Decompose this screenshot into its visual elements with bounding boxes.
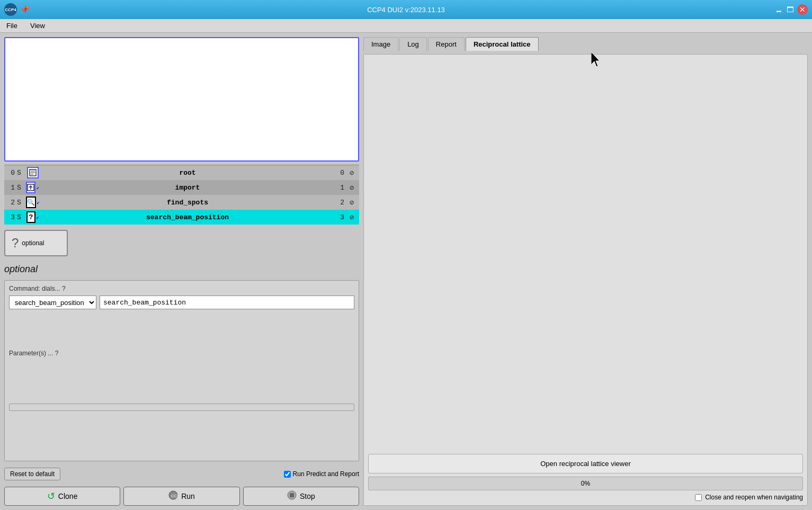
pin-icon[interactable]: 📌 (20, 5, 29, 14)
tab-reciprocal-lattice[interactable]: Reciprocal lattice (466, 37, 539, 51)
row-3-num: 3 (6, 213, 15, 221)
row-3-num-right: 3 (336, 213, 344, 221)
row-2-s: S (17, 199, 24, 207)
title-bar: CCP4 📌 CCP4 DUI2 v:2023.11.13 🗕 🗖 ✕ (0, 0, 812, 19)
params-empty-area (9, 359, 354, 401)
row-0-eye-icon[interactable]: ⊘ (346, 168, 357, 177)
pipeline-row-3[interactable]: 3 S ? ↙ search_beam_position 3 ⊘ (4, 210, 359, 225)
right-top-area (368, 59, 803, 451)
row-1-icon: ↙ (26, 182, 39, 193)
left-panel: 0 S root 0 ⊘ (4, 37, 359, 506)
clone-button[interactable]: ↺ Clone (4, 487, 120, 506)
clone-icon: ↺ (47, 490, 55, 502)
tab-report[interactable]: Report (428, 37, 465, 51)
row-0-name: root (41, 169, 334, 177)
row-1-s: S (17, 184, 24, 192)
row-3-s: S (17, 213, 24, 221)
close-reopen-checkbox[interactable] (695, 494, 702, 501)
params-label: Parameter(s) ... ? (9, 350, 354, 357)
row-0-num-right: 0 (336, 169, 344, 177)
clone-label: Clone (58, 492, 78, 500)
pipeline-viewer (4, 37, 359, 162)
window-title: CCP4 DUI2 v:2023.11.13 (367, 6, 445, 14)
minimize-button[interactable]: 🗕 (774, 5, 783, 14)
row-2-num: 2 (6, 199, 15, 207)
svg-rect-8 (290, 493, 294, 497)
stop-icon (287, 490, 297, 503)
row-0-num: 0 (6, 169, 15, 177)
close-button[interactable]: ✕ (797, 4, 808, 15)
root-icon (27, 167, 39, 178)
optional-question-mark: ? (12, 236, 19, 250)
action-bar: Reset to default Run Predict and Report (4, 468, 359, 480)
row-2-eye-icon[interactable]: ⊘ (346, 198, 357, 207)
row-3-icon: ? ↙ (26, 211, 39, 223)
open-viewer-button[interactable]: Open reciprocal lattice viewer (368, 454, 803, 473)
menu-file[interactable]: File (4, 21, 20, 31)
stop-button[interactable]: Stop (243, 487, 359, 506)
optional-label: optional (22, 239, 44, 247)
pipeline-row-0[interactable]: 0 S root 0 ⊘ (4, 165, 359, 180)
command-label: Command: dials... ? (9, 285, 354, 292)
main-content: 0 S root 0 ⊘ (0, 33, 812, 510)
row-1-name: import (41, 184, 334, 192)
command-area: Command: dials... ? search_beam_position… (4, 280, 359, 461)
tab-image[interactable]: Image (363, 37, 398, 51)
run-predict-checkbox[interactable] (284, 471, 291, 478)
maximize-button[interactable]: 🗖 (786, 5, 795, 14)
title-bar-controls: 🗕 🗖 ✕ (774, 4, 808, 15)
title-bar-logo: CCP4 📌 (4, 3, 29, 16)
stop-label: Stop (300, 492, 315, 500)
action-buttons: ↺ Clone CCP4 Run (4, 487, 359, 506)
row-1-eye-icon[interactable]: ⊘ (346, 183, 357, 192)
optional-button[interactable]: ? optional (4, 230, 68, 256)
command-input[interactable] (100, 296, 354, 309)
app-logo: CCP4 (4, 3, 17, 16)
right-panel: Image Log Report Reciprocal lattice Open… (363, 37, 808, 506)
scrollbar-area[interactable] (9, 404, 354, 411)
findspots-icon: 🔍 (26, 196, 36, 208)
progress-bar: 0% (368, 477, 803, 490)
row-1-num-right: 1 (336, 184, 344, 192)
row-0-s: S (17, 169, 24, 177)
tab-bar: Image Log Report Reciprocal lattice (363, 37, 808, 51)
run-label: Run (181, 492, 195, 500)
run-button[interactable]: CCP4 Run (123, 487, 239, 506)
close-reopen-row: Close and reopen when navigating (368, 494, 803, 501)
section-title: optional (4, 262, 359, 277)
searchbeam-icon: ? (26, 211, 35, 223)
svg-text:CCP4: CCP4 (171, 494, 178, 498)
row-2-name: find_spots (41, 199, 334, 207)
menu-view[interactable]: View (28, 21, 47, 31)
progress-label: 0% (581, 480, 590, 487)
pipeline-list: 0 S root 0 ⊘ (4, 165, 359, 225)
import-icon (26, 182, 35, 193)
command-row: search_beam_position (9, 296, 354, 309)
row-0-icon (26, 167, 39, 178)
close-reopen-label: Close and reopen when navigating (705, 494, 803, 501)
reset-button[interactable]: Reset to default (4, 468, 60, 480)
run-predict-label: Run Predict and Report (293, 470, 359, 478)
row-3-name: search_beam_position (41, 213, 334, 221)
pipeline-row-2[interactable]: 2 S 🔍 ↙ find_spots 2 ⊘ (4, 195, 359, 210)
row-3-eye-icon[interactable]: ⊘ (346, 213, 357, 222)
command-empty-space (9, 314, 354, 345)
row-1-num: 1 (6, 184, 15, 192)
command-select[interactable]: search_beam_position (9, 296, 96, 309)
pipeline-row-1[interactable]: 1 S ↙ import 1 ⊘ (4, 180, 359, 195)
right-content: Open reciprocal lattice viewer 0% Close … (363, 54, 808, 506)
row-2-icon: 🔍 ↙ (26, 196, 39, 208)
row-2-num-right: 2 (336, 199, 344, 207)
run-icon: CCP4 (168, 490, 178, 502)
tab-log[interactable]: Log (399, 37, 427, 51)
menu-bar: File View (0, 19, 812, 33)
run-predict-check: Run Predict and Report (284, 470, 359, 478)
